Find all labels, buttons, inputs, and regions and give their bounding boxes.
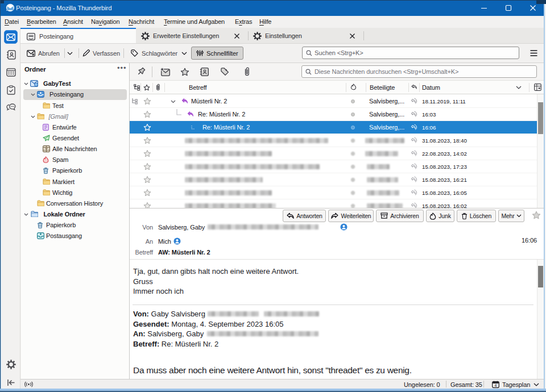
svg-text:4: 4: [495, 383, 497, 387]
